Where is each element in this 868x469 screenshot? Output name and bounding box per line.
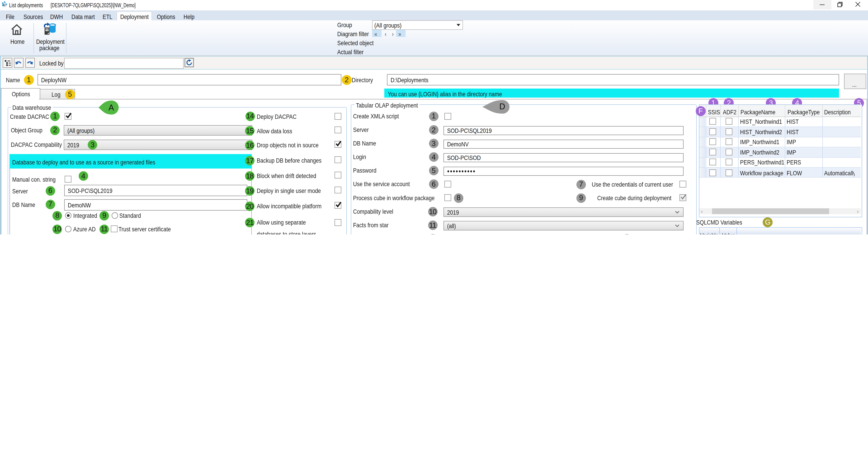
- svg-text:A: A: [108, 103, 114, 112]
- svg-text:D: D: [499, 102, 505, 111]
